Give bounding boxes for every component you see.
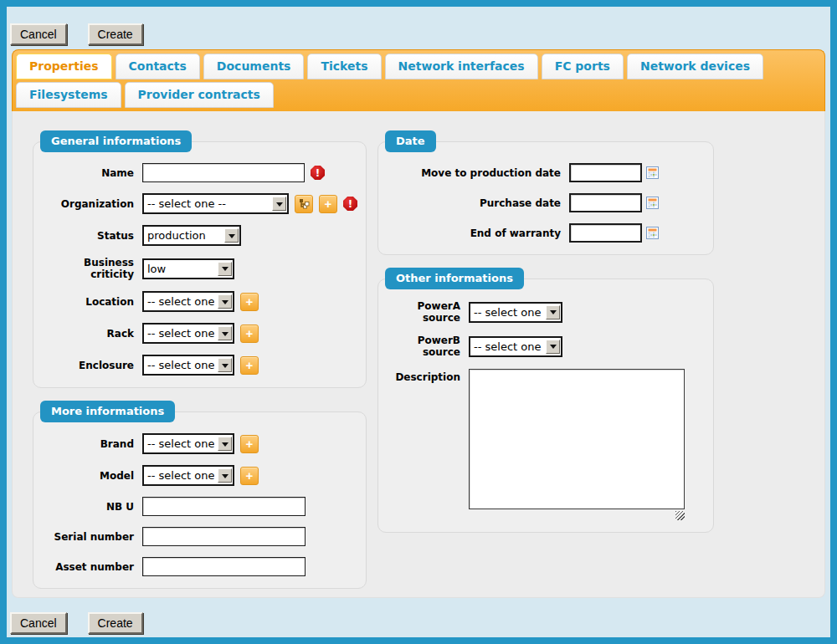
move-to-production-date-input[interactable] bbox=[569, 163, 642, 182]
description-label: Description bbox=[385, 371, 460, 383]
dropdown-arrow-icon bbox=[218, 358, 232, 372]
rack-select[interactable]: -- select one -- bbox=[142, 323, 234, 344]
create-button[interactable]: Create bbox=[88, 612, 143, 634]
end-of-warranty-input[interactable] bbox=[569, 223, 642, 243]
powerb-source-select-value: -- select one -- bbox=[474, 340, 542, 353]
create-button[interactable]: Create bbox=[88, 23, 143, 45]
purchase-date-label: Purchase date bbox=[385, 197, 561, 209]
fieldset-legend-general: General informations bbox=[40, 130, 192, 152]
powerb-source-select[interactable]: -- select one -- bbox=[469, 336, 562, 357]
name-label: Name bbox=[40, 167, 134, 179]
dropdown-arrow-icon bbox=[272, 197, 286, 211]
dropdown-arrow-icon bbox=[224, 228, 239, 243]
fieldset-legend-more: More informations bbox=[40, 401, 175, 422]
status-select[interactable]: production bbox=[142, 225, 241, 246]
enclosure-label: Enclosure bbox=[40, 360, 134, 371]
status-select-value: production bbox=[147, 229, 221, 242]
nb-u-label: NB U bbox=[40, 501, 134, 513]
calendar-picker-button[interactable] bbox=[646, 166, 659, 179]
add-organization-button[interactable]: + bbox=[319, 195, 337, 213]
organization-select[interactable]: -- select one -- bbox=[142, 193, 289, 214]
top-toolbar: Cancel Create bbox=[10, 23, 830, 45]
brand-select[interactable]: -- select one -- bbox=[142, 433, 234, 454]
add-rack-button[interactable]: + bbox=[240, 325, 259, 343]
add-location-button[interactable]: + bbox=[240, 293, 259, 311]
dropdown-arrow-icon bbox=[546, 340, 560, 354]
cancel-button[interactable]: Cancel bbox=[10, 612, 67, 634]
status-label: Status bbox=[40, 230, 134, 242]
tabbed-form-widget: Properties Contacts Documents Tickets Ne… bbox=[12, 49, 825, 598]
app-window: Cancel Create Properties Contacts Docume… bbox=[0, 0, 837, 644]
business-criticity-select-value: low bbox=[147, 263, 214, 275]
nb-u-input[interactable] bbox=[142, 497, 306, 516]
dropdown-arrow-icon bbox=[218, 437, 232, 451]
tab-filesystems[interactable]: Filesystems bbox=[16, 82, 121, 108]
brand-select-value: -- select one -- bbox=[147, 437, 214, 450]
organization-label: Organization bbox=[40, 198, 134, 210]
rack-select-value: -- select one -- bbox=[147, 327, 214, 340]
asset-number-label: Asset number bbox=[40, 561, 134, 573]
error-icon: ! bbox=[311, 166, 325, 180]
enclosure-select-value: -- select one -- bbox=[147, 359, 214, 371]
asset-number-input[interactable] bbox=[142, 557, 306, 576]
dropdown-arrow-icon bbox=[218, 294, 232, 309]
fieldset-legend-date: Date bbox=[385, 130, 436, 152]
other-informations-fieldset: Other informations PowerA source -- sele… bbox=[377, 279, 714, 533]
location-select[interactable]: -- select one -- bbox=[142, 291, 234, 312]
brand-label: Brand bbox=[40, 438, 134, 450]
location-label: Location bbox=[40, 296, 134, 308]
dropdown-arrow-icon bbox=[218, 326, 232, 340]
date-fieldset: Date Move to production date bbox=[377, 141, 714, 255]
cancel-button[interactable]: Cancel bbox=[10, 23, 67, 45]
powera-source-label: PowerA source bbox=[385, 300, 460, 324]
calendar-picker-button[interactable] bbox=[646, 227, 659, 239]
business-criticity-select[interactable]: low bbox=[142, 258, 234, 279]
tab-provider-contracts[interactable]: Provider contracts bbox=[125, 82, 274, 108]
tab-network-interfaces[interactable]: Network interfaces bbox=[385, 54, 538, 79]
resize-grip-icon[interactable] bbox=[675, 511, 685, 520]
move-to-production-date-label: Move to production date bbox=[385, 167, 561, 179]
business-criticity-label: Business criticity bbox=[40, 257, 134, 280]
tab-bar: Properties Contacts Documents Tickets Ne… bbox=[12, 49, 825, 111]
description-textarea[interactable] bbox=[469, 369, 685, 509]
calendar-icon bbox=[646, 197, 659, 209]
calendar-picker-button[interactable] bbox=[646, 197, 659, 209]
organization-select-value: -- select one -- bbox=[147, 197, 269, 210]
error-icon: ! bbox=[343, 197, 357, 211]
purchase-date-input[interactable] bbox=[569, 193, 642, 212]
enclosure-select[interactable]: -- select one -- bbox=[142, 355, 234, 376]
bottom-toolbar: Cancel Create bbox=[10, 612, 830, 634]
dropdown-arrow-icon bbox=[218, 262, 232, 276]
dropdown-arrow-icon bbox=[546, 305, 560, 319]
location-select-value: -- select one -- bbox=[147, 295, 214, 308]
add-enclosure-button[interactable]: + bbox=[240, 356, 259, 375]
calendar-icon bbox=[646, 227, 659, 239]
calendar-icon bbox=[646, 166, 659, 179]
model-label: Model bbox=[40, 470, 134, 482]
rack-label: Rack bbox=[40, 328, 134, 340]
tab-fc-ports[interactable]: FC ports bbox=[542, 54, 624, 79]
dropdown-arrow-icon bbox=[218, 468, 232, 483]
general-informations-fieldset: General informations Name ! Organization… bbox=[33, 141, 367, 388]
powera-source-select[interactable]: -- select one -- bbox=[469, 302, 562, 323]
add-model-button[interactable]: + bbox=[240, 467, 259, 485]
tab-properties[interactable]: Properties bbox=[16, 54, 112, 79]
serial-number-input[interactable] bbox=[142, 527, 306, 546]
end-of-warranty-label: End of warranty bbox=[385, 227, 561, 239]
tab-network-devices[interactable]: Network devices bbox=[627, 54, 763, 79]
name-input[interactable] bbox=[142, 163, 305, 182]
powerb-source-label: PowerB source bbox=[385, 335, 460, 358]
hierarchy-browse-button[interactable] bbox=[295, 195, 313, 213]
serial-number-label: Serial number bbox=[40, 531, 134, 543]
fieldset-legend-other: Other informations bbox=[385, 268, 524, 289]
tab-contacts[interactable]: Contacts bbox=[116, 54, 200, 79]
tab-tickets[interactable]: Tickets bbox=[307, 54, 381, 79]
powera-source-select-value: -- select one -- bbox=[474, 306, 542, 319]
model-select-value: -- select one -- bbox=[147, 469, 214, 482]
more-informations-fieldset: More informations Brand -- select one --… bbox=[33, 411, 367, 589]
properties-tab-panel: General informations Name ! Organization… bbox=[12, 111, 825, 598]
tab-documents[interactable]: Documents bbox=[203, 54, 305, 79]
hierarchy-icon bbox=[299, 198, 310, 209]
model-select[interactable]: -- select one -- bbox=[142, 465, 234, 486]
add-brand-button[interactable]: + bbox=[240, 435, 259, 453]
